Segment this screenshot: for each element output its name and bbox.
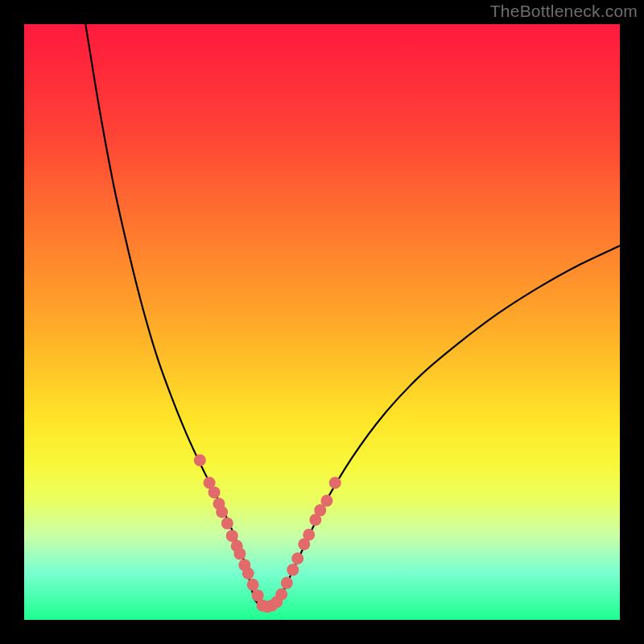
- curve-left-branch: [85, 24, 254, 599]
- marker-dot: [303, 529, 315, 541]
- marker-dot: [287, 564, 299, 576]
- curve-layer: [24, 24, 620, 620]
- marker-dot: [329, 477, 341, 489]
- marker-dot: [216, 506, 228, 518]
- marker-dot: [291, 552, 303, 564]
- marker-dot: [242, 568, 254, 580]
- marker-dot: [233, 547, 246, 559]
- chart-frame: TheBottleneck.com: [0, 0, 644, 644]
- marker-dot: [208, 486, 221, 498]
- marker-dot: [281, 577, 293, 589]
- marker-dot: [221, 518, 233, 530]
- plot-area: [24, 24, 620, 620]
- curve-right-branch: [279, 246, 620, 602]
- marker-dot: [194, 454, 206, 466]
- marker-dot: [320, 495, 332, 507]
- marker-dot: [275, 588, 287, 601]
- watermark-text: TheBottleneck.com: [490, 2, 638, 21]
- bottleneck-curve: [85, 24, 620, 609]
- highlight-dots: [194, 454, 341, 613]
- marker-dot: [247, 579, 259, 591]
